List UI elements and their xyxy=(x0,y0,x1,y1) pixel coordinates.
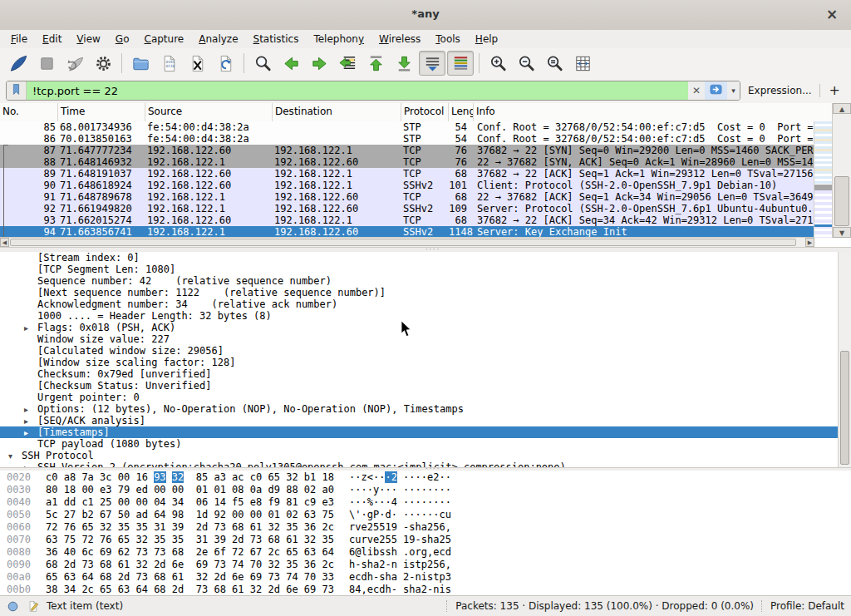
ascii-char[interactable]: · xyxy=(385,484,391,495)
hex-byte[interactable]: 5c xyxy=(46,509,57,520)
hex-byte[interactable]: 31 xyxy=(154,521,165,533)
hex-byte[interactable]: 73 xyxy=(214,559,225,570)
packet-row-94[interactable]: 9471.663856741192.168.122.1192.168.122.6… xyxy=(0,226,814,238)
hex-byte[interactable]: 63 xyxy=(64,571,76,583)
start-capture-button[interactable] xyxy=(5,51,32,76)
packet-row-92[interactable]: 9271.661949820192.168.122.1192.168.122.6… xyxy=(0,203,814,214)
ascii-char[interactable]: a xyxy=(391,571,397,583)
ascii-char[interactable]: s xyxy=(361,559,366,570)
packet-row-85[interactable]: 8568.001734936fe:54:00:d4:38:2aSTP54Conf… xyxy=(0,121,814,133)
detail-line[interactable]: Window size value: 227 xyxy=(0,333,851,345)
ascii-char[interactable]: c xyxy=(440,546,445,558)
menu-analyze[interactable]: Analyze xyxy=(191,30,245,48)
detail-line[interactable]: [Checksum Status: Unverified] xyxy=(0,380,851,392)
ascii-char[interactable]: 2 xyxy=(440,534,445,545)
hex-row[interactable]: 00b038 34 2c 65 63 64 68 2d 73 68 61 32 … xyxy=(0,584,851,595)
hex-byte[interactable]: 31 xyxy=(196,534,208,545)
hex-byte[interactable]: 73 xyxy=(250,534,262,545)
hex-byte[interactable]: 73 xyxy=(81,559,93,570)
hex-byte[interactable]: 32 xyxy=(250,584,262,595)
hex-byte[interactable]: 75 xyxy=(322,509,334,520)
hex-byte[interactable]: 00 xyxy=(118,496,130,508)
hex-byte[interactable]: 73 xyxy=(268,571,279,583)
menu-capture[interactable]: Capture xyxy=(136,30,191,48)
hex-byte[interactable]: 08 xyxy=(232,484,243,495)
detail-line[interactable]: [TCP Segment Len: 1080] xyxy=(0,264,851,275)
hex-byte[interactable]: 16 xyxy=(135,471,147,483)
ascii-char[interactable]: · xyxy=(409,471,415,483)
hex-byte[interactable]: 00 xyxy=(135,496,147,508)
hex-row[interactable]: 00505c 27 b2 67 50 ad 64 98 1d 92 00 00 … xyxy=(0,509,851,521)
save-file-button[interactable]: 01010110 xyxy=(155,51,182,76)
hex-byte[interactable]: 00 xyxy=(232,509,243,520)
hex-byte[interactable]: 25 xyxy=(100,496,111,508)
ascii-char[interactable]: % xyxy=(367,496,373,508)
column-header-protocol[interactable]: Protocol xyxy=(401,103,449,121)
packet-row-87[interactable]: 8771.647777234192.168.122.60192.168.122.… xyxy=(0,145,814,156)
detail-line[interactable]: ▸Options: (12 bytes), No-Operation (NOP)… xyxy=(0,403,851,415)
ascii-char[interactable]: h xyxy=(367,559,373,570)
ascii-char[interactable]: - xyxy=(385,559,391,570)
hex-byte[interactable]: dd xyxy=(64,496,76,508)
packet-list-vscrollbar[interactable]: ▲ ▼ xyxy=(832,103,851,238)
hex-byte[interactable]: 35 xyxy=(286,559,298,570)
hex-byte[interactable]: 64 xyxy=(81,571,93,583)
ascii-char[interactable]: - xyxy=(391,584,397,595)
hex-byte[interactable]: 61 xyxy=(286,534,298,545)
zoom-original-button[interactable] xyxy=(541,51,568,76)
find-packet-button[interactable] xyxy=(249,51,276,76)
detail-line[interactable]: [Calculated window size: 29056] xyxy=(0,345,851,357)
hex-byte[interactable]: 32 xyxy=(268,559,279,570)
hex-byte[interactable]: 69 xyxy=(196,559,208,570)
ascii-char[interactable]: 2 xyxy=(367,521,373,533)
hex-byte[interactable]: 70 xyxy=(250,559,262,570)
detail-line[interactable]: ▸[SEQ/ACK analysis] xyxy=(0,415,851,426)
ascii-char[interactable]: 9 xyxy=(409,534,415,545)
hex-byte[interactable]: 1d xyxy=(196,509,208,520)
hex-byte[interactable]: 69 xyxy=(100,546,111,558)
hex-byte[interactable]: 68 xyxy=(172,546,184,558)
hex-byte[interactable]: 2d xyxy=(154,559,165,570)
hex-byte[interactable]: 85 xyxy=(196,471,208,483)
ascii-char[interactable]: i xyxy=(367,546,373,558)
ascii-char[interactable]: , xyxy=(445,521,451,533)
hex-byte[interactable]: 50 xyxy=(118,509,130,520)
hex-byte[interactable]: 32 xyxy=(196,571,208,583)
hex-row[interactable]: 003080 18 00 e3 79 ed 00 00 01 01 08 0a … xyxy=(0,484,851,496)
hex-byte[interactable]: 63 xyxy=(304,509,316,520)
menu-tools[interactable]: Tools xyxy=(428,30,468,48)
ascii-char[interactable]: g xyxy=(421,546,427,558)
ascii-char[interactable]: 5 xyxy=(433,521,439,533)
ascii-char[interactable]: 2 xyxy=(391,471,397,483)
hex-byte[interactable]: 61 xyxy=(172,571,184,583)
hex-byte[interactable]: 2d xyxy=(214,571,225,583)
ascii-char[interactable]: 6 xyxy=(440,559,445,570)
hex-byte[interactable]: 62 xyxy=(118,546,130,558)
ascii-char[interactable]: h xyxy=(367,571,373,583)
filter-apply-button[interactable] xyxy=(705,81,727,100)
hex-byte[interactable]: 61 xyxy=(250,521,262,533)
ascii-char[interactable]: p xyxy=(421,559,427,570)
hex-byte[interactable]: 33 xyxy=(322,571,334,583)
ascii-char[interactable]: l xyxy=(361,546,366,558)
hex-byte[interactable]: ac xyxy=(232,471,243,483)
hex-byte[interactable]: 32 xyxy=(135,534,147,545)
hex-byte[interactable]: 2d xyxy=(232,534,243,545)
ascii-char[interactable]: · xyxy=(385,496,391,508)
ascii-char[interactable]: n xyxy=(416,571,421,583)
hex-byte[interactable]: 00 xyxy=(118,471,130,483)
hex-byte[interactable]: c9 xyxy=(304,496,316,508)
hex-byte[interactable]: 2c xyxy=(322,521,334,533)
ascii-char[interactable]: 2 xyxy=(433,471,439,483)
hex-byte[interactable]: 69 xyxy=(304,584,316,595)
ascii-char[interactable]: · xyxy=(421,484,427,495)
hex-byte[interactable]: 68 xyxy=(232,521,243,533)
hex-byte[interactable]: 65 xyxy=(46,571,57,583)
hex-byte[interactable]: 64 xyxy=(135,584,147,595)
hex-byte[interactable]: 32 xyxy=(100,521,111,533)
hex-byte[interactable]: e3 xyxy=(322,496,334,508)
filter-history-dropdown[interactable]: ▾ xyxy=(727,81,740,100)
hex-byte[interactable]: 32 xyxy=(304,534,316,545)
expander-closed-icon[interactable]: ▸ xyxy=(24,416,37,427)
hex-byte[interactable]: 01 xyxy=(268,509,279,520)
